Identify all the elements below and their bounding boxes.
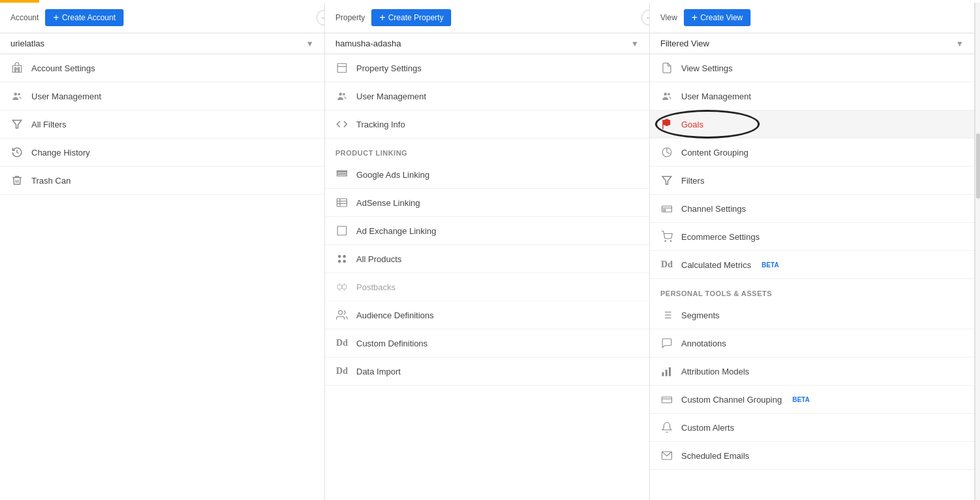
attribution-models-icon bbox=[660, 365, 673, 378]
account-header: Account + Create Account → bbox=[0, 3, 324, 33]
building-icon bbox=[10, 61, 24, 75]
svg-rect-53 bbox=[662, 397, 672, 403]
svg-rect-7 bbox=[18, 70, 20, 71]
custom-alerts-label: Custom Alerts bbox=[681, 423, 734, 433]
svg-rect-6 bbox=[14, 70, 16, 71]
sidebar-item-custom-channel-grouping[interactable]: Custom Channel Grouping BETA bbox=[650, 386, 974, 414]
svg-point-35 bbox=[667, 93, 670, 95]
content-grouping-icon bbox=[660, 146, 673, 159]
svg-marker-10 bbox=[12, 120, 22, 128]
users-property-icon bbox=[335, 90, 348, 103]
sidebar-item-ad-exchange[interactable]: Ad Exchange Linking bbox=[325, 217, 649, 245]
custom-channel-grouping-label: Custom Channel Grouping bbox=[681, 395, 782, 405]
create-view-button[interactable]: + Create View bbox=[684, 9, 751, 26]
view-column: View + Create View Filtered View ▼ View … bbox=[650, 3, 975, 500]
sidebar-item-user-management-account[interactable]: User Management bbox=[0, 82, 324, 110]
sidebar-item-segments[interactable]: Segments bbox=[650, 301, 974, 329]
property-column: Property + Create Property → hamusha-ada… bbox=[325, 3, 650, 500]
code-icon bbox=[335, 118, 348, 131]
sidebar-item-account-settings[interactable]: Account Settings bbox=[0, 54, 324, 82]
all-products-icon bbox=[335, 252, 348, 265]
user-management-property-label: User Management bbox=[356, 92, 426, 101]
create-property-button[interactable]: + Create Property bbox=[371, 9, 451, 26]
svg-point-14 bbox=[343, 93, 345, 95]
property-header: Property + Create Property → bbox=[325, 3, 649, 33]
filter-icon bbox=[10, 118, 24, 131]
sidebar-item-view-settings[interactable]: View Settings bbox=[650, 54, 974, 82]
sidebar-item-change-history[interactable]: Change History bbox=[0, 139, 324, 167]
sidebar-item-user-management-property[interactable]: User Management bbox=[325, 82, 649, 110]
sidebar-item-user-management-view[interactable]: User Management bbox=[650, 82, 974, 110]
filter-view-icon bbox=[660, 174, 673, 187]
account-column-toggle[interactable]: → bbox=[316, 10, 325, 25]
admin-container: Account + Create Account → urielatlas ▼ … bbox=[0, 3, 980, 500]
product-linking-section: PRODUCT LINKING bbox=[325, 139, 649, 161]
property-label: Property bbox=[335, 13, 365, 22]
user-management-account-label: User Management bbox=[31, 92, 101, 101]
sidebar-item-channel-settings[interactable]: Channel Settings bbox=[650, 195, 974, 223]
svg-point-33 bbox=[339, 310, 343, 314]
sidebar-item-scheduled-emails[interactable]: Scheduled Emails bbox=[650, 442, 974, 470]
sidebar-item-attribution-models[interactable]: Attribution Models bbox=[650, 358, 974, 386]
sidebar-item-postbacks[interactable]: Postbacks bbox=[325, 273, 649, 301]
scheduled-emails-label: Scheduled Emails bbox=[681, 451, 749, 461]
sidebar-item-property-settings[interactable]: Property Settings bbox=[325, 54, 649, 82]
google-ads-label: Google Ads Linking bbox=[356, 170, 430, 180]
account-column: Account + Create Account → urielatlas ▼ … bbox=[0, 3, 325, 500]
svg-rect-5 bbox=[18, 67, 20, 69]
property-dropdown-arrow: ▼ bbox=[631, 39, 639, 48]
trash-icon bbox=[10, 174, 24, 187]
users-view-icon bbox=[660, 90, 673, 103]
change-history-label: Change History bbox=[31, 148, 90, 158]
account-dropdown[interactable]: urielatlas ▼ bbox=[0, 33, 324, 54]
svg-rect-22 bbox=[337, 226, 346, 235]
custom-alerts-icon bbox=[660, 421, 673, 434]
svg-point-8 bbox=[14, 93, 18, 96]
svg-marker-38 bbox=[662, 176, 671, 184]
scrollbar-thumb[interactable] bbox=[976, 133, 980, 199]
svg-point-25 bbox=[338, 260, 341, 263]
sidebar-item-goals[interactable]: Goals bbox=[650, 110, 974, 139]
postbacks-label: Postbacks bbox=[356, 282, 396, 292]
sidebar-item-calculated-metrics[interactable]: Dd Calculated Metrics BETA bbox=[650, 251, 974, 279]
sidebar-item-adsense[interactable]: AdSense Linking bbox=[325, 189, 649, 217]
scrollbar[interactable] bbox=[975, 3, 980, 500]
annotations-label: Annotations bbox=[681, 339, 726, 348]
sidebar-item-annotations[interactable]: Annotations bbox=[650, 329, 974, 358]
view-dropdown[interactable]: Filtered View ▼ bbox=[650, 33, 974, 54]
sidebar-item-filters-view[interactable]: Filters bbox=[650, 167, 974, 195]
create-account-button[interactable]: + Create Account bbox=[45, 9, 123, 26]
sidebar-item-data-import[interactable]: Dd Data Import bbox=[325, 358, 649, 386]
svg-point-13 bbox=[339, 93, 343, 96]
property-settings-icon bbox=[335, 61, 348, 75]
sidebar-item-custom-alerts[interactable]: Custom Alerts bbox=[650, 414, 974, 442]
svg-rect-41 bbox=[664, 210, 666, 211]
svg-rect-52 bbox=[669, 367, 671, 376]
svg-point-26 bbox=[343, 260, 346, 263]
property-dropdown[interactable]: hamusha-adasha ▼ bbox=[325, 33, 649, 54]
svg-rect-16 bbox=[337, 175, 347, 176]
account-settings-label: Account Settings bbox=[31, 63, 95, 73]
sidebar-item-all-products[interactable]: All Products bbox=[325, 245, 649, 273]
sidebar-item-ecommerce-settings[interactable]: Ecommerce Settings bbox=[650, 223, 974, 251]
svg-rect-18 bbox=[337, 199, 347, 207]
sidebar-item-tracking-info[interactable]: Tracking Info bbox=[325, 110, 649, 139]
sidebar-item-trash-can[interactable]: Trash Can bbox=[0, 167, 324, 195]
sidebar-item-audience-definitions[interactable]: Audience Definitions bbox=[325, 301, 649, 329]
attribution-models-label: Attribution Models bbox=[681, 367, 749, 376]
sidebar-item-custom-definitions[interactable]: Dd Custom Definitions bbox=[325, 329, 649, 358]
svg-point-43 bbox=[670, 241, 671, 242]
sidebar-item-all-filters[interactable]: All Filters bbox=[0, 110, 324, 139]
calculated-metrics-icon: Dd bbox=[660, 258, 673, 271]
svg-point-24 bbox=[343, 255, 346, 258]
property-column-toggle[interactable]: → bbox=[641, 10, 650, 25]
sidebar-item-content-grouping[interactable]: Content Grouping bbox=[650, 139, 974, 167]
data-import-icon: Dd bbox=[335, 365, 348, 378]
ad-exchange-icon bbox=[335, 224, 348, 237]
view-settings-label: View Settings bbox=[681, 63, 733, 73]
all-filters-label: All Filters bbox=[31, 120, 66, 129]
sidebar-item-google-ads[interactable]: Google Ads Linking bbox=[325, 161, 649, 189]
google-ads-icon bbox=[335, 168, 348, 181]
tracking-info-label: Tracking Info bbox=[356, 120, 405, 129]
content-grouping-label: Content Grouping bbox=[681, 148, 749, 158]
